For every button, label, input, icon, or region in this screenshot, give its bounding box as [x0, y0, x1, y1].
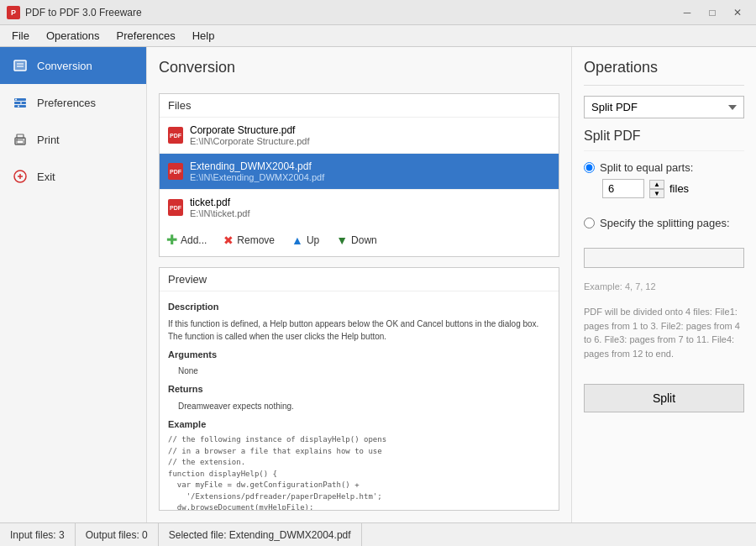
file-path: E:\IN\ticket.pdf: [190, 208, 250, 218]
remove-button[interactable]: ✖ Remove: [217, 230, 281, 250]
split-button[interactable]: Split: [584, 384, 744, 412]
down-label: Down: [351, 234, 377, 246]
spin-up-button[interactable]: ▲: [649, 180, 664, 189]
operations-title: Operations: [584, 59, 744, 86]
pdf-icon: PDF: [168, 163, 183, 180]
preview-description-text: If this function is defined, a Help butt…: [168, 318, 550, 343]
sidebar: Conversion Preferences: [0, 47, 147, 522]
equal-parts-input[interactable]: [602, 179, 644, 198]
pdf-icon: PDF: [168, 127, 183, 144]
sidebar-label-conversion: Conversion: [37, 60, 92, 72]
sidebar-item-print[interactable]: Print: [0, 121, 146, 158]
svg-rect-8: [18, 106, 19, 108]
app-icon: P: [7, 6, 20, 19]
preview-code: // the following instance of displayHelp…: [168, 434, 550, 510]
add-button[interactable]: ✚ Add...: [160, 228, 213, 251]
radio-equal-input[interactable]: [584, 162, 595, 173]
preview-heading-example: Example: [168, 417, 550, 432]
add-icon: ✚: [166, 232, 177, 248]
list-item[interactable]: PDF Extending_DWMX2004.pdf E:\IN\Extendi…: [160, 154, 559, 190]
svg-rect-11: [17, 140, 24, 144]
remove-label: Remove: [237, 234, 275, 246]
preview-arg-text: None: [168, 365, 550, 377]
file-info: ticket.pdf E:\IN\ticket.pdf: [190, 197, 250, 218]
spin-buttons: ▲ ▼: [649, 180, 664, 198]
split-pages-input[interactable]: [584, 248, 744, 268]
conversion-panel: Conversion Files PDF Corporate Structure…: [147, 47, 571, 522]
down-button[interactable]: ▼ Down: [329, 230, 384, 250]
menu-operations[interactable]: Operations: [38, 26, 108, 45]
files-label: Files: [160, 94, 559, 118]
operations-select[interactable]: Split PDF: [584, 96, 744, 118]
files-list[interactable]: PDF Corporate Structure.pdf E:\IN\Corpor…: [160, 118, 559, 223]
menu-help[interactable]: Help: [184, 26, 223, 45]
minimize-button[interactable]: ─: [675, 3, 699, 22]
file-info: Extending_DWMX2004.pdf E:\IN\Extending_D…: [190, 160, 324, 182]
maximize-button[interactable]: □: [701, 3, 724, 22]
file-name: Extending_DWMX2004.pdf: [190, 160, 324, 172]
list-item[interactable]: PDF Corporate Structure.pdf E:\IN\Corpor…: [160, 118, 559, 154]
file-name: Corporate Structure.pdf: [190, 124, 309, 136]
content-area: Conversion Files PDF Corporate Structure…: [147, 47, 571, 522]
conversion-title: Conversion: [159, 59, 559, 76]
up-button[interactable]: ▲ Up: [285, 230, 326, 250]
title-bar-controls: ─ □ ✕: [675, 3, 749, 22]
preview-label: Preview: [160, 268, 559, 291]
sidebar-item-preferences[interactable]: Preferences: [0, 84, 146, 121]
menu-preferences[interactable]: Preferences: [108, 26, 184, 45]
preview-content[interactable]: Description If this function is defined,…: [160, 291, 559, 510]
conversion-icon: [12, 57, 29, 74]
menu-file[interactable]: File: [3, 26, 38, 45]
exit-icon: [12, 168, 29, 185]
print-icon: [12, 131, 29, 148]
file-path: E:\IN\Corporate Structure.pdf: [190, 136, 309, 146]
sidebar-item-exit[interactable]: Exit: [0, 158, 146, 195]
svg-point-12: [16, 139, 18, 141]
sidebar-label-exit: Exit: [37, 171, 55, 183]
radio-equal-parts: Split to equal parts:: [584, 161, 744, 174]
spin-down-button[interactable]: ▼: [649, 189, 664, 198]
operations-panel: Operations Split PDF Split PDF Split to …: [571, 47, 756, 522]
spin-group: ▲ ▼ files: [602, 179, 744, 198]
pdf-icon: PDF: [168, 199, 183, 216]
up-icon: ▲: [291, 234, 303, 247]
radio-specify-label[interactable]: Specify the splitting pages:: [600, 217, 730, 229]
radio-specify-input[interactable]: [584, 218, 595, 228]
main-layout: Conversion Preferences: [0, 47, 756, 522]
svg-rect-7: [20, 102, 22, 104]
file-info: Corporate Structure.pdf E:\IN\Corporate …: [190, 124, 309, 146]
sidebar-label-print: Print: [37, 134, 60, 146]
svg-rect-6: [15, 99, 17, 101]
svg-rect-0: [14, 60, 26, 71]
list-item[interactable]: PDF ticket.pdf E:\IN\ticket.pdf: [160, 190, 559, 223]
menu-bar: File Operations Preferences Help: [0, 25, 756, 47]
preview-heading-arguments: Arguments: [168, 348, 550, 362]
files-toolbar: ✚ Add... ✖ Remove ▲ Up ▼ Down: [160, 223, 559, 256]
preview-heading-returns: Returns: [168, 382, 550, 396]
sidebar-label-preferences: Preferences: [37, 97, 96, 109]
down-icon: ▼: [336, 234, 348, 247]
close-button[interactable]: ✕: [726, 3, 749, 22]
file-name: ticket.pdf: [190, 197, 250, 208]
split-title: Split PDF: [584, 129, 744, 151]
radio-equal-parts-row: Split to equal parts: ▲ ▼ files: [584, 161, 744, 207]
svg-rect-5: [14, 105, 26, 108]
add-label: Add...: [181, 234, 207, 246]
status-selected-file: Selected file: Extending_DWMX2004.pdf: [159, 523, 362, 546]
title-bar: P PDF to PDF 3.0 Freeware ─ □ ✕: [0, 0, 756, 25]
radio-equal-label[interactable]: Split to equal parts:: [600, 161, 693, 174]
preview-section: Preview Description If this function is …: [159, 267, 559, 511]
files-label: files: [669, 182, 689, 195]
sidebar-item-conversion[interactable]: Conversion: [0, 47, 146, 84]
title-bar-text: PDF to PDF 3.0 Freeware: [25, 7, 675, 18]
hint-text: Example: 4, 7, 12: [584, 281, 744, 291]
preferences-icon: [12, 94, 29, 111]
file-path: E:\IN\Extending_DWMX2004.pdf: [190, 172, 324, 182]
preview-returns-text: Dreamweaver expects nothing.: [168, 400, 550, 412]
radio-specify-pages: Specify the splitting pages:: [584, 217, 744, 229]
status-bar: Input files: 3 Output files: 0 Selected …: [0, 522, 756, 546]
files-section: Files PDF Corporate Structure.pdf E:\IN\…: [159, 93, 559, 257]
remove-icon: ✖: [223, 234, 234, 247]
up-label: Up: [307, 234, 319, 246]
status-input-files: Input files: 3: [0, 523, 76, 546]
